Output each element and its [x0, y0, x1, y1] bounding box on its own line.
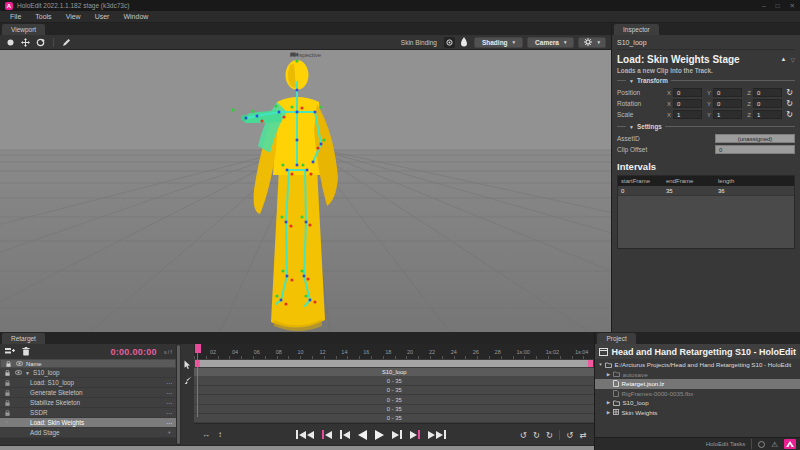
close-button[interactable]: ✕ [790, 2, 795, 10]
sync-icon[interactable]: ↺ [566, 430, 573, 440]
tab-viewport[interactable]: Viewport [2, 24, 45, 35]
camera-dropdown[interactable]: Camera ▾ [527, 37, 574, 48]
orbit-tool-icon[interactable] [5, 37, 16, 48]
transform-section-header[interactable]: ▼ Transform [617, 77, 795, 84]
add-stage-row[interactable]: Add Stage ＋ [0, 428, 176, 438]
viewport-3d[interactable]: Perspective [0, 50, 611, 332]
interval-row[interactable]: 0 35 36 [618, 186, 794, 196]
stage-track-row[interactable]: 0 - 35 [194, 386, 594, 395]
stage-row-load-clip[interactable]: Load: S10_loop ⋯ [0, 378, 176, 388]
loop-pingpong-icon[interactable]: ↻ [546, 430, 553, 440]
timeline-horizontal-scrollbar[interactable] [0, 445, 594, 450]
swap-icon[interactable]: ⇄ [579, 430, 586, 440]
shading-dropdown[interactable]: Shading ▾ [474, 37, 523, 48]
expand-icon[interactable]: ▶ [605, 410, 611, 415]
cursor-tool-icon[interactable] [184, 360, 191, 369]
rotate-tool-icon[interactable] [35, 37, 46, 48]
stage-row-load-skin-weights[interactable]: * Load: Skin Weights ⋯ [0, 418, 176, 428]
timeline[interactable]: 02040608101214161820222426281s:001s:021s… [194, 344, 594, 445]
stage-track-row[interactable]: 0 - 35 [194, 377, 594, 386]
loop-mode-icon[interactable]: ↺ [520, 430, 527, 440]
next-frame-button[interactable] [392, 430, 402, 439]
tree-row-s10-loop[interactable]: ▶ S10_loop [595, 398, 800, 408]
lock-icon[interactable] [3, 390, 11, 396]
expand-icon[interactable]: ▶ [605, 400, 611, 405]
stage-track-row[interactable]: 0 - 35 [194, 414, 594, 423]
track-group-row[interactable]: ▼ S10_loop [0, 368, 176, 378]
loop-once-icon[interactable]: ↻ [533, 430, 540, 440]
viewport-settings-dropdown[interactable]: ▾ [578, 37, 606, 48]
rotation-y-field[interactable]: 0 [713, 99, 742, 108]
play-reverse-button[interactable] [358, 430, 367, 440]
reset-rotation-icon[interactable]: ↻ [784, 99, 795, 108]
paint-weights-icon[interactable] [459, 37, 470, 48]
clip-track-row[interactable]: S10_loop [194, 368, 594, 377]
eye-icon[interactable] [14, 370, 22, 375]
expand-icon[interactable]: ▶ [605, 372, 611, 377]
skip-to-end-button[interactable] [428, 430, 446, 439]
tasks-label[interactable]: HoloEdit Tasks [706, 441, 746, 447]
timeline-ruler[interactable]: 02040608101214161820222426281s:001s:021s… [194, 344, 594, 359]
stage-menu-icon[interactable]: ⋯ [166, 379, 173, 386]
stage-menu-icon[interactable]: ⋯ [166, 419, 173, 426]
stage-menu-icon[interactable]: ⋯ [166, 409, 173, 416]
stage-track-row[interactable]: 0 - 35 [194, 405, 594, 414]
menu-tools[interactable]: Tools [28, 13, 58, 20]
timecode-display[interactable]: 0:00.00:00 [110, 347, 157, 357]
skip-to-start-button[interactable] [296, 430, 314, 439]
collapse-down-icon[interactable]: ▽ [790, 56, 795, 63]
collapse-up-icon[interactable]: ▲ [780, 56, 786, 63]
clip-offset-field[interactable]: 0 [715, 145, 795, 154]
scale-y-field[interactable]: 1 [713, 110, 742, 119]
stage-track-row[interactable]: 0 - 35 [194, 395, 594, 404]
lock-icon[interactable] [3, 380, 11, 386]
reset-position-icon[interactable]: ↻ [784, 88, 795, 97]
menu-window[interactable]: Window [116, 13, 155, 20]
tree-row-skin-weights[interactable]: ▶ Skin Weights [595, 408, 800, 418]
tasks-progress-icon[interactable] [758, 441, 765, 448]
minimize-button[interactable]: – [762, 2, 766, 10]
fit-height-icon[interactable]: ↕ [218, 430, 222, 439]
stage-menu-icon[interactable]: ⋯ [166, 399, 173, 406]
brush-tool-icon[interactable] [184, 376, 192, 385]
asset-id-field[interactable]: (unassigned) [715, 134, 795, 143]
fit-range-icon[interactable]: ↔ [202, 430, 210, 439]
add-track-icon[interactable] [4, 346, 15, 357]
lock-icon[interactable] [3, 410, 11, 416]
menu-user[interactable]: User [88, 13, 117, 20]
tab-retarget[interactable]: Retarget [2, 333, 45, 344]
playhead-flag[interactable] [195, 344, 201, 353]
range-end-handle[interactable] [588, 360, 593, 367]
position-x-field[interactable]: 0 [673, 88, 702, 97]
prev-keyframe-button[interactable] [322, 430, 332, 439]
add-stage-plus-icon[interactable]: ＋ [166, 428, 173, 437]
position-y-field[interactable]: 0 [713, 88, 742, 97]
lock-icon[interactable] [3, 400, 11, 406]
menu-view[interactable]: View [59, 13, 88, 20]
position-z-field[interactable]: 0 [753, 88, 782, 97]
reset-scale-icon[interactable]: ↻ [784, 110, 795, 119]
next-keyframe-button[interactable] [410, 430, 420, 439]
prev-frame-button[interactable] [340, 430, 350, 439]
move-tool-icon[interactable] [20, 37, 31, 48]
lock-icon[interactable] [3, 370, 11, 376]
stage-row-ssdr[interactable]: SSDR ⋯ [0, 408, 176, 418]
rotation-z-field[interactable]: 0 [753, 99, 782, 108]
stage-row-generate-skeleton[interactable]: Generate Skeleton ⋯ [0, 388, 176, 398]
scale-z-field[interactable]: 1 [753, 110, 782, 119]
tree-row-autosave[interactable]: ▶ autosave [595, 370, 800, 380]
menu-file[interactable]: File [3, 13, 28, 20]
camera-mode-chip[interactable]: Perspective [290, 52, 321, 58]
scale-x-field[interactable]: 1 [673, 110, 702, 119]
trash-icon[interactable] [20, 346, 31, 357]
pen-tool-icon[interactable] [61, 37, 72, 48]
expanded-icon[interactable]: ▼ [597, 362, 603, 367]
expanded-icon[interactable]: ▼ [25, 370, 30, 376]
tree-row-retarget-json[interactable]: Retarget.json.lz [595, 379, 800, 389]
stage-row-stabilize-skeleton[interactable]: Stabilize Skeleton ⋯ [0, 398, 176, 408]
play-button[interactable] [375, 430, 384, 440]
tab-inspector[interactable]: Inspector [614, 24, 659, 35]
tab-project[interactable]: Project [597, 333, 635, 344]
holoedit-logo-icon[interactable] [784, 439, 796, 449]
skin-binding-toggle[interactable] [444, 37, 455, 48]
